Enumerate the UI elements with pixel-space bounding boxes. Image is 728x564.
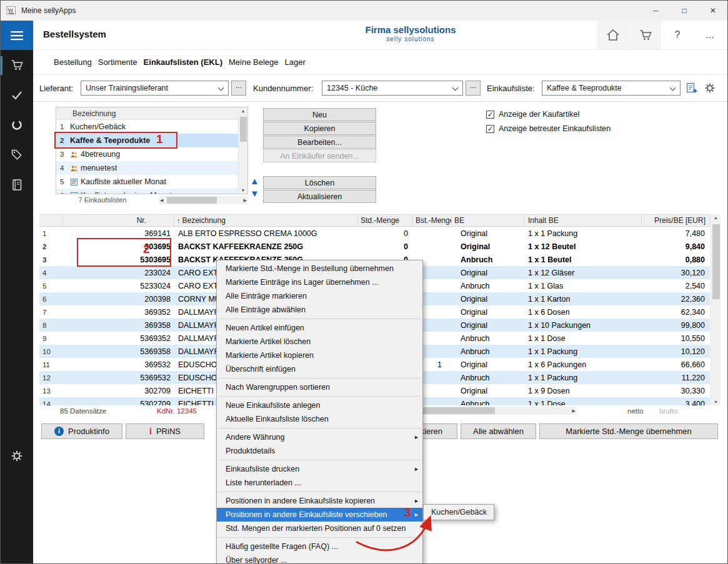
checkbox-anzeige-betreuter-einkaufslisten[interactable]: ✓Anzeige betreuter Einkaufslisten [486,123,611,134]
neu-button[interactable]: Neu [263,108,376,121]
menu-item-markierte-eintrage-ins-lager-ubernehmen[interactable]: Markierte Einträge ins Lager übernehmen … [217,275,422,289]
close-button[interactable]: ✕ [699,1,727,21]
list-item-4betreuung[interactable]: 34betreuung [56,147,238,161]
list-item-kaufliste-vorheriger-monat[interactable]: 6Kaufliste vorheriger Monat [56,189,238,194]
record-count: 85 Datensätze [60,407,106,415]
menu-item-liste-herunterladen[interactable]: Liste herunterladen ... [217,476,422,490]
settings-gear-icon[interactable] [704,82,716,94]
list-item-kaufliste-aktueller-monat[interactable]: 5Kaufliste aktueller Monat [56,175,238,189]
list-scrollbar[interactable]: ▲ ▼ [238,107,247,194]
alle-abwahlen-button[interactable]: Alle abwählen [461,423,536,439]
new-list-icon[interactable] [686,82,698,94]
tab-sortimente[interactable]: Sortimente [98,56,137,68]
home-button[interactable] [596,21,629,49]
col-header-inhalt-be[interactable]: Inhalt BE [524,215,642,226]
einkaufsliste-select[interactable]: Kaffee & Teeprodukte [542,81,681,96]
scroll-right-icon[interactable]: ▶ [244,198,247,203]
cell-preis: 66,660 [642,360,710,369]
menu-item-andere-wahrung[interactable]: Andere Währung▸ [217,430,422,444]
menu-item-einkaufsliste-drucken[interactable]: Einkaufsliste drucken▸ [217,462,422,476]
markierte-std-menge-ubernehmen-button[interactable]: Markierte Std.-Menge übernehmen [539,423,718,439]
cell-inhalt-be: 1 x 1 Packung [524,347,642,356]
checkbox-icon[interactable]: ✓ [486,111,494,119]
menu-item-markierte-std-menge-in-bestellung-ubernehmen[interactable]: Markierte Std.-Menge in Bestellung übern… [217,262,422,275]
loschen-button[interactable]: Löschen [263,176,376,189]
minimize-button[interactable]: ─ [641,1,670,21]
prins-icon: i [149,427,152,437]
cell-inhalt-be: 1 x 1 Beutel [524,255,642,264]
scrollbar-thumb[interactable] [712,224,720,299]
prins-button[interactable]: iPRiNS [126,423,204,439]
menu-item-label: Nach Warengruppen sortieren [226,383,330,392]
sidebar-gear-icon[interactable] [1,445,33,467]
row-number: 10 [39,348,63,355]
move-up-icon[interactable]: ▲ [250,176,259,186]
more-button[interactable]: ... [694,21,726,49]
scroll-down-icon[interactable]: ▼ [711,400,721,404]
col-header-bst-menge[interactable]: Bst.-Menge [413,215,452,226]
hamburger-menu-icon[interactable] [1,21,33,50]
col-header-be[interactable]: BE [452,215,524,226]
cell-nr: 369358 [63,321,174,330]
menu-item-alle-eintrage-abwahlen[interactable]: Alle Einträge abwählen [217,303,422,317]
menu-item-neue-einkaufsliste-anlegen[interactable]: Neue Einkaufsliste anlegen [217,398,422,412]
scrollbar-thumb[interactable] [240,117,247,142]
cell-nr: 5369352 [63,334,174,343]
kopieren-button[interactable]: Kopieren [263,122,376,135]
sidebar-chart-donut-icon[interactable] [1,114,33,136]
cart-button[interactable] [629,21,661,49]
list-column-header[interactable]: Bezeichnung [72,109,116,118]
submenu-arrow-icon: ▸ [415,434,418,440]
menu-item-markierte-artikel-loschen[interactable]: Markierte Artikel löschen [217,335,422,349]
col-header-bezeichnung[interactable]: ↑Bezeichnung [174,215,358,226]
menu-item-label: Einkaufsliste drucken [226,465,299,473]
maximize-button[interactable]: □ [670,1,699,21]
checkbox-icon[interactable]: ✓ [486,125,494,133]
bearbeiten-button[interactable]: Bearbeiten... [263,136,376,149]
row-number: 11 [39,361,63,369]
cell-preis: 30,120 [642,269,710,277]
scroll-down-icon[interactable]: ▼ [239,188,247,192]
aktualisieren-button[interactable]: Aktualisieren [263,190,376,203]
scroll-right-icon[interactable]: ▶ [572,408,576,413]
tab-lager[interactable]: Lager [285,56,306,68]
cell-preis: 10,120 [642,347,710,356]
menu-separator [218,319,421,319]
lieferant-select[interactable]: Unser Trainingslieferant [81,81,229,96]
tab-bestellung[interactable]: Bestellung [54,56,92,68]
tab-einkaufslisten-ekl[interactable]: Einkaufslisten (EKL) [144,56,222,68]
menu-item-nach-warengruppen-sortieren[interactable]: Nach Warengruppen sortieren [217,380,422,394]
menu-item-neuen-artikel-einfugen[interactable]: Neuen Artikel einfügen [217,321,422,335]
lieferant-more-button[interactable]: ... [231,81,246,96]
produktinfo-button[interactable]: iProduktinfo [41,423,122,439]
brutto-label[interactable]: brutto [659,407,677,415]
scroll-up-icon[interactable]: ▲ [239,109,247,113]
help-button[interactable]: ? [661,21,694,49]
menu-item-uberschrift-einfugen[interactable]: Überschrift einfügen [217,362,422,376]
sidebar-tag-icon[interactable] [1,144,33,166]
sidebar-check-icon[interactable] [1,84,33,106]
sidebar-cart-icon[interactable] [1,54,33,76]
scroll-left-icon[interactable]: ◀ [160,198,163,203]
netto-label[interactable]: netto [627,407,644,415]
menu-item-alle-eintrage-markieren[interactable]: Alle Einträge markieren [217,289,422,303]
help-icon: ? [675,29,681,41]
kundennummer-more-button[interactable]: ... [466,81,481,96]
list-hscrollbar[interactable]: ◀ ▶ [159,196,248,204]
checkbox-anzeige-der-kaufartikel[interactable]: ✓Anzeige der Kaufartikel [486,109,579,120]
menu-item-produktdetails[interactable]: Produktdetails [217,444,422,458]
sidebar-catalog-icon[interactable] [1,174,33,195]
col-header-preis[interactable]: Preis/BE [EUR] [642,215,710,226]
scroll-up-icon[interactable]: ▲ [711,215,721,220]
row-number: 6 [56,192,70,194]
move-down-icon[interactable]: ▼ [250,189,259,198]
list-item-menuetest[interactable]: 4menuetest [56,161,238,175]
table-scrollbar[interactable]: ▲ ▼ [711,214,721,405]
scrollbar-thumb[interactable] [167,197,217,204]
kundennummer-select[interactable]: 12345 - Küche [322,81,463,96]
menu-item-markierte-artikel-kopieren[interactable]: Markierte Artikel kopieren [217,349,422,362]
tab-meine-belege[interactable]: Meine Belege [229,56,279,68]
col-header-nr[interactable]: Nr. [63,215,174,226]
menu-item-aktuelle-einkaufsliste-loschen[interactable]: Aktuelle Einkaufsliste löschen [217,412,422,426]
col-header-std-menge[interactable]: Std.-Menge [358,215,413,226]
